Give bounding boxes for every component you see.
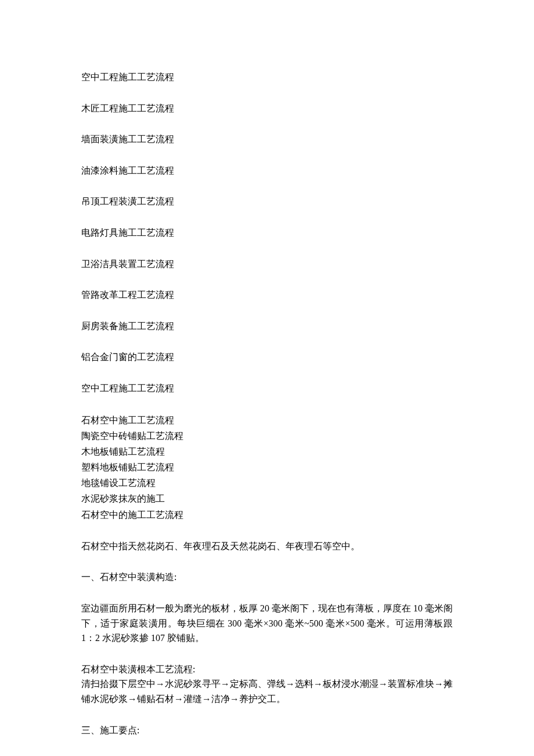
sub-toc-list: 石材空中施工工艺流程 陶瓷空中砖铺贴工艺流程 木地板铺贴工艺流程 塑料地板铺贴工…	[81, 412, 453, 523]
sub-toc-item: 塑料地板铺贴工艺流程	[81, 459, 453, 475]
section-heading-2: 石材空中装潢根本工艺流程:	[81, 662, 453, 677]
toc-item: 厨房装备施工工艺流程	[81, 319, 453, 334]
toc-item: 空中工程施工工艺流程	[81, 381, 453, 396]
toc-item: 墙面装潢施工工艺流程	[81, 132, 453, 147]
sub-toc-item: 地毯铺设工艺流程	[81, 475, 453, 491]
toc-item: 吊顶工程装潢工艺流程	[81, 194, 453, 209]
intro-paragraph: 石材空中指天然花岗石、年夜理石及天然花岗石、年夜理石等空中。	[81, 539, 453, 554]
section-heading-1: 一、石材空中装潢构造:	[81, 570, 453, 585]
body-paragraph: 室边疆面所用石材一般为磨光的板材，板厚 20 毫米阁下，现在也有薄板，厚度在 1…	[81, 601, 453, 646]
toc-item: 油漆涂料施工工艺流程	[81, 163, 453, 178]
sub-toc-item: 石材空中施工工艺流程	[81, 412, 453, 428]
toc-item: 管路改革工程工艺流程	[81, 287, 453, 303]
toc-item: 铝合金门窗的工艺流程	[81, 350, 453, 365]
sub-toc-item: 陶瓷空中砖铺贴工艺流程	[81, 428, 453, 444]
sub-toc-item: 石材空中的施工工艺流程	[81, 507, 453, 523]
toc-item: 空中工程施工工艺流程	[81, 70, 453, 85]
sub-toc-item: 木地板铺贴工艺流程	[81, 444, 453, 459]
sub-toc-item: 水泥砂浆抹灰的施工	[81, 491, 453, 506]
toc-item: 电路灯具施工工艺流程	[81, 225, 453, 240]
toc-item: 卫浴洁具装置工艺流程	[81, 257, 453, 272]
section-heading-3: 三、施工要点:	[81, 723, 453, 738]
process-flow-paragraph: 清扫拾掇下层空中→水泥砂浆寻平→定标高、弹线→选料→板材浸水潮湿→装置标准块→摊…	[81, 676, 453, 706]
toc-item: 木匠工程施工工艺流程	[81, 101, 453, 116]
document-page: 空中工程施工工艺流程 木匠工程施工工艺流程 墙面装潢施工工艺流程 油漆涂料施工工…	[0, 0, 534, 756]
